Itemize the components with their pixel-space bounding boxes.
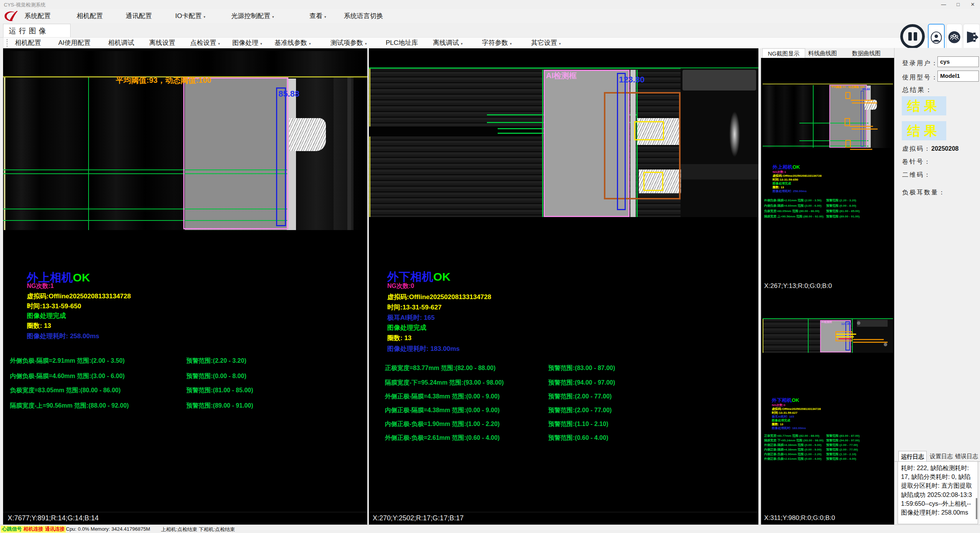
tool-plc-address[interactable]: PLC地址库 (386, 38, 418, 48)
dropdown-caret-icon: ▾ (559, 42, 561, 46)
model-field[interactable]: Model1 (937, 71, 979, 82)
tool-spotcheck-settings[interactable]: 点检设置▾ (190, 38, 220, 48)
toolbar: 相机配置 AI使用配置 相机调试 离线设置 点检设置▾ 图像处理▾ 基准线参数▾… (3, 37, 978, 49)
electrode-tab-blob (865, 100, 877, 110)
time-text: 时间:13-31-59-650 (27, 302, 81, 311)
tool-offline-debug[interactable]: 离线调试▾ (433, 38, 463, 48)
defect-annotation-mark (850, 126, 873, 127)
users-group-icon (948, 31, 961, 45)
measurement-warn: 预警范围:(0.00 - 8.00) (186, 372, 246, 380)
measurement-value: 隔膜宽度-下=95.24mm 范围:(93.00 - 98.00) (385, 379, 504, 386)
measurement-value: 正极宽度=83.77mm 范围:(82.00 - 88.00) (385, 365, 496, 371)
tab-ng-snapshot[interactable]: NG截图显示 (762, 48, 805, 58)
width-value-overlay: 85.88 (862, 87, 870, 91)
measurement-row: 正极宽度=83.77mm 范围:(82.00 - 88.00)预警范围:(83.… (385, 364, 753, 372)
elapsed-text: 图像处理耗时: 258.00ms (27, 332, 99, 341)
log-output[interactable]: 耗时: 222, 缺陷检测耗时: 17, 缺陷分类耗时: 0, 缺陷提取分区耗时… (898, 461, 978, 524)
measurement-value: 隔膜宽度-上=90.56mm 范围:(88.00 - 92.00) (10, 402, 129, 409)
process-done-text: 图像处理完成 (387, 323, 426, 332)
total-result-label: 总结果： (902, 86, 933, 94)
ng-thumbnail-lower[interactable]: AI检测框 123.80 外下相机OK NG次数:0 虚拟码:Offline20… (761, 291, 894, 513)
dropdown-caret-icon: ▾ (461, 42, 463, 46)
defect-annotation-mark (853, 339, 884, 340)
result-box-upper: 结果 (902, 96, 946, 115)
right-camera-image[interactable]: AI检测框 123.80 (369, 54, 758, 217)
model-label: 使用型号： (902, 74, 939, 82)
menu-item-io-config[interactable]: IO卡配置▾ (175, 9, 205, 23)
menu-item-light-config[interactable]: 光源控制配置▾ (231, 9, 274, 23)
elapsed-text: 图像处理耗时: 183.00ms (387, 344, 460, 353)
minimize-button[interactable]: — (936, 0, 951, 9)
tab-run-log[interactable]: 运行日志 (898, 451, 927, 461)
tool-baseline-params[interactable]: 基准线参数▾ (275, 38, 311, 48)
dropdown-caret-icon: ▾ (272, 15, 274, 19)
defect-annotation-mark (851, 100, 873, 101)
tab-settings-log[interactable]: 设置日志 (930, 451, 953, 461)
menu-item-camera-config[interactable]: 相机配置 (77, 9, 103, 23)
pause-icon (914, 32, 917, 41)
menu-item-comm-config[interactable]: 通讯配置 (126, 9, 152, 23)
measurement-warn: 预警范围:(1.10 - 2.10) (548, 420, 608, 428)
defect-box-orange (845, 92, 850, 99)
tab-line-curve[interactable]: 料线曲线图 (808, 48, 837, 58)
camera-link-status-badge: 相机连接 (22, 526, 44, 533)
left-camera-image[interactable]: 平均阈值:93，动态阈值:100 85.88 (3, 77, 367, 230)
close-button[interactable]: ✕ (965, 0, 980, 9)
qrcode-label: 二维码： (902, 171, 931, 179)
ng-thumbnail-upper[interactable]: 平均阈值:93，动态阈值:100 85.88 外上相机OK NG次数:1 虚拟码… (761, 58, 894, 281)
measurement-value: 内侧负极-隔膜=4.60mm 范围:(3.00 - 6.00) (10, 373, 125, 379)
green-vertical-line (813, 85, 814, 148)
tool-ai-config[interactable]: AI使用配置 (58, 38, 90, 48)
tab-error-log[interactable]: 错误日志 (955, 451, 978, 461)
pixel-coords-bar: X:7677;Y:891;R:14;G:14;B:14 (3, 512, 367, 525)
measurement-warn: 预警范围:(83.00 - 87.00) (548, 364, 615, 372)
tool-camera-config[interactable]: 相机配置 (15, 38, 41, 48)
tool-camera-debug[interactable]: 相机调试 (108, 38, 134, 48)
machinery-dark-area (853, 319, 893, 353)
virtual-code-value: 20250208 (931, 145, 959, 152)
tool-image-processing[interactable]: 图像处理▾ (232, 38, 262, 48)
tool-char-params[interactable]: 字符参数▾ (482, 38, 512, 48)
elapsed-text: 图像处理耗时: 258.00ms (773, 189, 807, 193)
dropdown-caret-icon: ▾ (204, 15, 206, 19)
defect-annotation-mark (850, 149, 872, 150)
comm-link-status-badge: 通讯连接 (44, 526, 66, 533)
machinery-dark-area (681, 68, 758, 217)
window-title: CYS-视觉检测系统 (4, 2, 46, 8)
pixel-coords-bar: X:267;Y:13;R:0;G:0;B:0 (761, 281, 894, 291)
result-panel: 登录用户： cys 使用型号： Model1 总结果： 结果 结果 虚拟码：20… (894, 48, 980, 525)
app-logo-icon (2, 10, 20, 22)
menu-item-view[interactable]: 查看▾ (309, 9, 326, 23)
yellow-edge-line (763, 319, 763, 353)
measurement-row: 内侧负极-隔膜=4.60mm 范围:(3.00 - 6.00)预警范围:(0.0… (764, 204, 822, 208)
dropdown-caret-icon: ▾ (309, 42, 311, 46)
measurement-row: 隔膜宽度-下=95.24mm 范围:(93.00 - 98.00)预警范围:(9… (764, 438, 824, 443)
defect-annotation-mark-red (839, 338, 851, 339)
defect-annotation-mark (852, 128, 878, 130)
virtual-code-text: 虚拟码:Offline20250208133134728 (387, 293, 491, 301)
pause-button[interactable] (900, 24, 925, 49)
menu-item-system-config[interactable]: 系统配置 (25, 9, 51, 23)
ai-elapsed-text: 极耳AI耗时: 165 (387, 313, 435, 322)
measurement-row: 隔膜宽度-上=90.56mm 范围:(88.00 - 92.00)预警范围:(8… (764, 214, 824, 219)
login-user-field[interactable]: cys (937, 56, 979, 67)
left-camera-image-top[interactable] (3, 51, 367, 76)
measurement-row: 外侧正极-负极=2.61mm 范围:(0.60 - 4.00)预警范围:(0.6… (764, 457, 822, 461)
tool-test-params[interactable]: 测试项参数▾ (331, 38, 367, 48)
green-vertical-line (542, 70, 543, 217)
tab-data-curve[interactable]: 数据曲线图 (852, 48, 881, 58)
status-bar: 心跳信号 相机连接 通讯连接 Cpu: 0.0% Memory: 3424.41… (0, 525, 980, 533)
measurement-row: 外侧正极-隔膜=4.38mm 范围:(0.00 - 9.00)预警范围:(2.0… (764, 443, 822, 447)
measurement-row: 内侧正极-隔膜=4.38mm 范围:(0.00 - 9.00)预警范围:(2.0… (385, 406, 753, 415)
tool-other-settings[interactable]: 其它设置▾ (531, 38, 561, 48)
log-scrollbar-thumb[interactable] (976, 498, 977, 519)
width-value-overlay: 85.88 (278, 89, 299, 99)
measurement-warn: 预警范围:(89.00 - 91.00) (186, 402, 253, 410)
measurement-row: 正极宽度=83.77mm 范围:(82.00 - 88.00)预警范围:(83.… (764, 434, 819, 438)
tab-run-image[interactable]: 运行图像 (3, 24, 71, 38)
maximize-button[interactable]: □ (951, 0, 965, 9)
tool-offline-settings[interactable]: 离线设置 (149, 38, 175, 48)
process-done-text: 图像处理完成 (27, 311, 66, 320)
time-text: 时间:13-31-59-627 (387, 303, 442, 312)
menu-item-language[interactable]: 系统语言切换 (344, 9, 383, 23)
